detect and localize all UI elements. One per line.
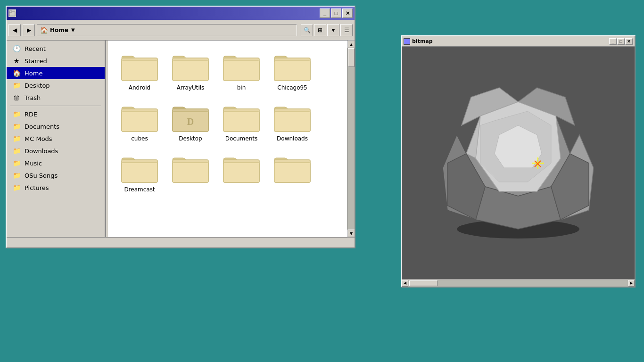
folder-name-downloads: Downloads	[277, 135, 308, 142]
folder-12[interactable]	[269, 150, 316, 197]
sidebar-label-recent: Recent	[25, 45, 46, 52]
bitmap-icon	[404, 38, 410, 45]
svg-rect-22	[173, 163, 208, 182]
desktop-icon: 📁	[12, 82, 21, 89]
documents-icon: 📁	[12, 123, 21, 130]
pictures-icon: 📁	[12, 184, 21, 191]
svg-rect-11	[122, 112, 157, 132]
sidebar-label-trash: Trash	[25, 94, 41, 101]
bitmap-scroll-thumb-h[interactable]	[409, 280, 438, 286]
status-bar	[7, 237, 355, 247]
folder-name-dreamcast: Dreamcast	[124, 186, 155, 193]
folder-dreamcast[interactable]: Dreamcast	[116, 150, 163, 197]
sidebar-label-rde: RDE	[25, 111, 37, 118]
bitmap-scrollbar-h[interactable]: ◀ ▶	[402, 279, 635, 287]
folder-name-bin: bin	[237, 84, 246, 91]
bitmap-scroll-right[interactable]: ▶	[628, 280, 635, 287]
sidebar-item-music[interactable]: 📁 Music	[7, 157, 105, 169]
sidebar-item-desktop[interactable]: 📁 Desktop	[7, 79, 105, 91]
scrollbar-vertical[interactable]: ▲ ▼	[347, 41, 355, 237]
view-dropdown-button[interactable]: ▼	[327, 24, 339, 36]
close-button[interactable]: ✕	[342, 8, 353, 18]
sidebar-label-home: Home	[25, 70, 42, 77]
bitmap-restore-button[interactable]: □	[617, 38, 625, 45]
bitmap-title-buttons: _ □ ✕	[609, 38, 633, 45]
bitmap-title-left: bitmap	[404, 38, 433, 45]
svg-rect-18	[274, 112, 310, 132]
folder-icon-dreamcast	[121, 154, 158, 184]
downloads-icon: 📁	[12, 147, 21, 155]
folder-icon-documents	[223, 103, 260, 133]
mc-mods-icon: 📁	[12, 135, 21, 142]
bitmap-scroll-left[interactable]: ◀	[402, 280, 408, 287]
folder-icon-bin	[223, 52, 260, 82]
folder-desktop[interactable]: D Desktop	[167, 99, 214, 146]
folder-icon-12	[273, 154, 311, 184]
maximize-button[interactable]: □	[331, 8, 341, 18]
scroll-up-button[interactable]: ▲	[347, 41, 355, 48]
sidebar-item-pictures[interactable]: 📁 Pictures	[7, 181, 105, 194]
scroll-thumb[interactable]	[348, 48, 355, 67]
svg-rect-16	[223, 112, 259, 132]
sidebar-label-pictures: Pictures	[25, 184, 49, 191]
folder-10[interactable]	[167, 150, 214, 197]
folder-icon-cubes	[121, 103, 158, 133]
sidebar-label-osu-songs: OSu Songs	[25, 172, 58, 179]
scroll-track[interactable]	[347, 48, 355, 230]
bitmap-window: bitmap _ □ ✕	[401, 35, 636, 288]
svg-text:D: D	[187, 116, 194, 127]
starred-icon: ★	[12, 57, 21, 65]
sidebar-item-mc-mods[interactable]: 📁 MC Mods	[7, 132, 105, 145]
search-button[interactable]: 🔍	[301, 24, 313, 36]
sidebar-label-music: Music	[25, 160, 42, 167]
sidebar-item-recent[interactable]: 🕐 Recent	[7, 42, 105, 55]
folder-icon-android	[121, 52, 158, 82]
sidebar-label-desktop: Desktop	[25, 82, 50, 89]
minimize-button[interactable]: _	[320, 8, 330, 18]
home-icon: 🏠	[40, 26, 48, 34]
sidebar-item-home[interactable]: 🏠 Home	[7, 67, 105, 79]
folder-bin[interactable]: bin	[218, 48, 265, 95]
file-manager-icon	[8, 9, 16, 17]
location-bar[interactable]: 🏠 Home ▼	[37, 24, 297, 36]
forward-button[interactable]: ▶	[23, 24, 35, 36]
folder-cubes[interactable]: cubes	[116, 99, 163, 146]
folder-icon-arrayutils	[172, 52, 209, 82]
bitmap-scroll-track-h[interactable]	[408, 280, 628, 287]
folder-arrayutils[interactable]: ArrayUtils	[167, 48, 214, 95]
view-list-button[interactable]: ☰	[340, 24, 353, 36]
location-text: Home	[50, 27, 68, 33]
sidebar-item-starred[interactable]: ★ Starred	[7, 55, 105, 67]
folder-name-android: Android	[129, 84, 150, 91]
folder-name-cubes: cubes	[131, 135, 148, 142]
main-area: 🕐 Recent ★ Starred 🏠 Home 📁 Desktop 🗑 Tr	[7, 41, 355, 237]
svg-rect-20	[122, 163, 157, 182]
folder-icon-10	[172, 154, 209, 184]
file-area: Android ArrayUtils	[108, 41, 347, 237]
sidebar-label-mc-mods: MC Mods	[25, 135, 52, 142]
sidebar-item-downloads[interactable]: 📁 Downloads	[7, 145, 105, 157]
folder-icon-11	[223, 154, 260, 184]
folder-documents[interactable]: Documents	[218, 99, 265, 146]
folder-11[interactable]	[218, 150, 265, 197]
folder-name-chicago95: Chicago95	[277, 84, 307, 91]
svg-rect-7	[223, 61, 259, 81]
rde-icon: 📁	[12, 110, 21, 118]
view-grid-button[interactable]: ⊞	[314, 24, 326, 36]
folder-icon-downloads	[273, 103, 311, 133]
bitmap-minimize-button[interactable]: _	[609, 38, 617, 45]
sidebar-label-documents: Documents	[25, 123, 59, 130]
folder-downloads[interactable]: Downloads	[269, 99, 316, 146]
sidebar-item-trash[interactable]: 🗑 Trash	[7, 91, 105, 104]
folder-icon-desktop: D	[172, 103, 209, 133]
folder-chicago95[interactable]: Chicago95	[269, 48, 316, 95]
folder-android[interactable]: Android	[116, 48, 163, 95]
toolbar-right: 🔍 ⊞ ▼ ☰	[301, 24, 353, 36]
sidebar-item-osu-songs[interactable]: 📁 OSu Songs	[7, 169, 105, 181]
sidebar-item-rde[interactable]: 📁 RDE	[7, 108, 105, 120]
bitmap-close-button[interactable]: ✕	[625, 38, 633, 45]
scroll-down-button[interactable]: ▼	[347, 230, 355, 237]
back-button[interactable]: ◀	[8, 24, 21, 36]
sidebar-item-documents[interactable]: 📁 Documents	[7, 120, 105, 132]
sidebar-label-starred: Starred	[25, 58, 47, 65]
